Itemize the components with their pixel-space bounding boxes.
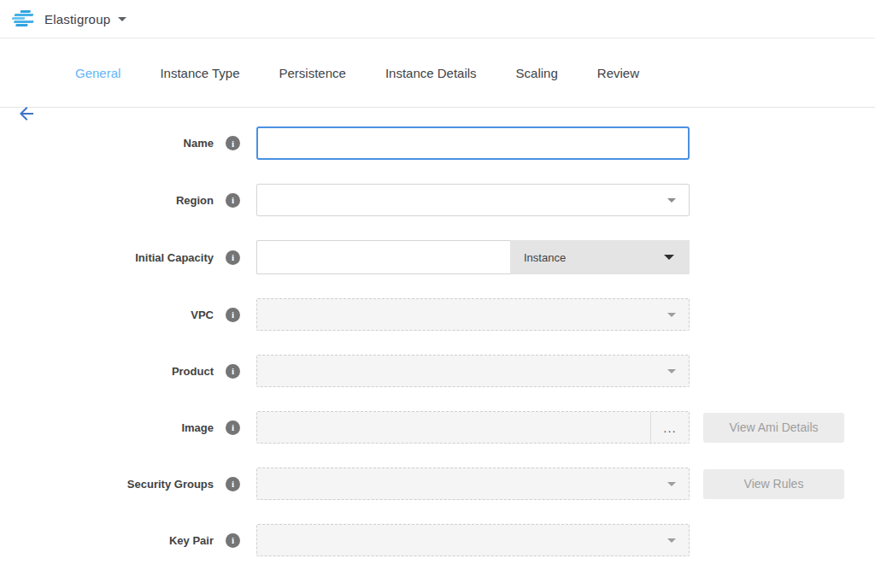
capacity-unit-value: Instance xyxy=(524,251,566,264)
info-icon[interactable]: i xyxy=(226,250,240,265)
product-switcher[interactable]: Elastigroup xyxy=(12,10,126,27)
view-rules-button: View Rules xyxy=(703,469,844,499)
chevron-down-icon xyxy=(667,313,676,317)
info-icon[interactable]: i xyxy=(226,308,240,322)
tab-general[interactable]: General xyxy=(75,66,120,80)
form-row-security-groups: Security Groups i View Rules xyxy=(0,467,875,500)
chevron-down-icon xyxy=(667,538,676,543)
wizard-tab-bar: General Instance Type Persistence Instan… xyxy=(0,38,875,108)
form-row-product: Product i xyxy=(0,355,875,387)
security-groups-label: Security Groups xyxy=(0,478,214,491)
image-browse-button: ... xyxy=(650,412,689,443)
info-icon[interactable]: i xyxy=(226,533,240,548)
info-icon[interactable]: i xyxy=(226,136,240,150)
elastigroup-logo-icon xyxy=(10,10,38,27)
chevron-down-icon xyxy=(118,17,126,21)
info-icon[interactable]: i xyxy=(226,477,240,491)
chevron-down-icon xyxy=(667,369,676,373)
region-select[interactable] xyxy=(256,184,690,216)
form-row-key-pair: Key Pair i xyxy=(0,524,875,556)
initial-capacity-input[interactable] xyxy=(256,240,510,274)
tab-persistence[interactable]: Persistence xyxy=(279,66,346,80)
product-select xyxy=(256,355,690,387)
vpc-label: VPC xyxy=(0,309,214,321)
tab-instance-type[interactable]: Instance Type xyxy=(160,66,239,80)
name-input[interactable] xyxy=(256,126,690,160)
form-row-region: Region i xyxy=(0,184,875,216)
tab-review[interactable]: Review xyxy=(597,66,639,80)
image-value xyxy=(257,412,650,443)
form-row-name: Name i xyxy=(0,126,875,160)
capacity-unit-select[interactable]: Instance xyxy=(510,240,690,274)
initial-capacity-label: Initial Capacity xyxy=(0,251,214,264)
info-icon[interactable]: i xyxy=(226,420,240,435)
general-form: Name i Region i Initial Capacity i Insta… xyxy=(0,126,875,556)
key-pair-label: Key Pair xyxy=(0,534,214,547)
tab-instance-details[interactable]: Instance Details xyxy=(385,66,477,80)
info-icon[interactable]: i xyxy=(226,364,240,379)
info-icon[interactable]: i xyxy=(226,193,240,208)
back-button[interactable] xyxy=(16,103,37,124)
image-label: Image xyxy=(0,421,214,434)
key-pair-select xyxy=(256,524,690,556)
arrow-left-icon xyxy=(16,103,37,124)
region-label: Region xyxy=(0,194,214,207)
vpc-select xyxy=(256,298,690,331)
form-row-initial-capacity: Initial Capacity i Instance xyxy=(0,240,875,274)
chevron-down-icon xyxy=(664,255,674,260)
name-label: Name xyxy=(0,137,214,150)
app-title: Elastigroup xyxy=(44,12,110,26)
wizard-tabs: General Instance Type Persistence Instan… xyxy=(75,66,639,80)
tab-scaling[interactable]: Scaling xyxy=(516,66,558,80)
form-row-image: Image i ... View Ami Details xyxy=(0,411,875,444)
top-bar: Elastigroup xyxy=(0,0,875,38)
chevron-down-icon xyxy=(667,198,676,203)
security-groups-select xyxy=(256,467,690,500)
form-row-vpc: VPC i xyxy=(0,298,875,331)
view-ami-details-button: View Ami Details xyxy=(703,413,844,443)
image-input: ... xyxy=(256,411,690,444)
product-label: Product xyxy=(0,365,214,378)
chevron-down-icon xyxy=(667,482,676,486)
